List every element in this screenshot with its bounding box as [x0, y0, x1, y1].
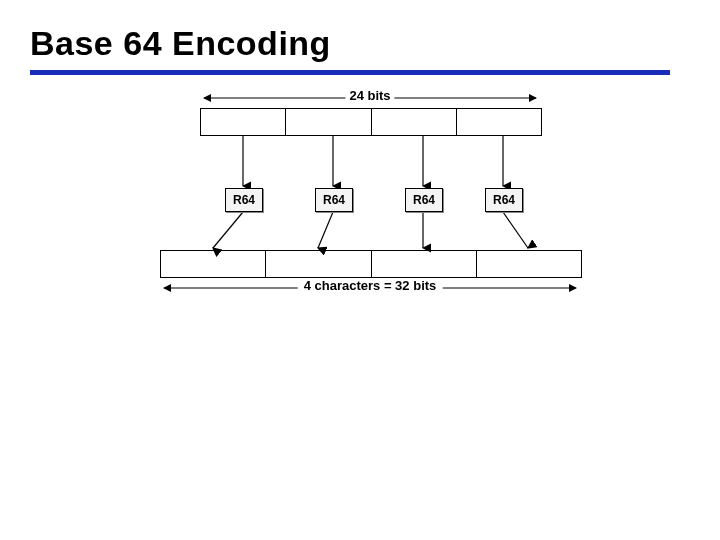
dimension-bottom: 4 characters = 32 bits: [160, 280, 580, 296]
title-underline: [30, 70, 670, 75]
output-cell: [161, 251, 266, 277]
svg-line-2: [213, 212, 243, 248]
output-cell: [372, 251, 477, 277]
encoder-box: R64: [225, 188, 263, 212]
output-cell: [266, 251, 371, 277]
svg-line-8: [503, 212, 528, 248]
page-title: Base 64 Encoding: [30, 24, 331, 63]
output-cell: [477, 251, 581, 277]
base64-diagram: 24 bits R64 R64 R64 R64: [150, 90, 590, 320]
output-row-32bit: [160, 250, 582, 278]
encoder-box: R64: [315, 188, 353, 212]
svg-line-4: [318, 212, 333, 248]
dimension-bottom-label: 4 characters = 32 bits: [298, 278, 443, 293]
encoder-box: R64: [485, 188, 523, 212]
encoder-box: R64: [405, 188, 443, 212]
